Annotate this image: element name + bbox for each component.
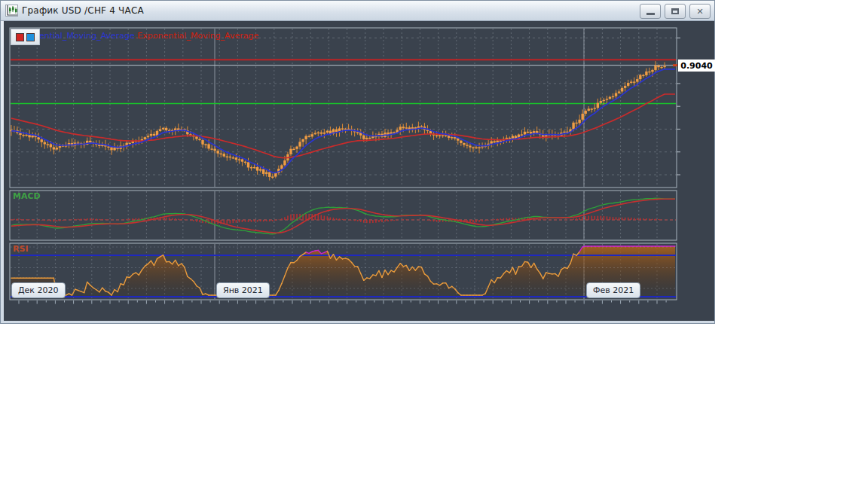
indicator-legend: ential_Moving_Average.Exponential_Moving… bbox=[39, 31, 258, 41]
month-marker-jan: Янв 2021 bbox=[216, 282, 270, 298]
title-bar[interactable]: График USD /CHF 4 ЧАСА ✕ bbox=[1, 1, 714, 21]
ema-slow-swatch[interactable] bbox=[16, 33, 24, 41]
indicator-toolbar[interactable] bbox=[11, 29, 40, 45]
minimize-icon bbox=[646, 13, 655, 15]
close-button[interactable]: ✕ bbox=[689, 4, 711, 19]
current-price-badge: 0.9040 bbox=[678, 59, 715, 72]
month-marker-feb: Фев 2021 bbox=[586, 282, 640, 298]
rsi-panel-label: RSI bbox=[13, 244, 29, 254]
minimize-button[interactable] bbox=[640, 4, 661, 19]
close-icon: ✕ bbox=[696, 8, 703, 16]
ema-fast-swatch[interactable] bbox=[26, 33, 35, 41]
ema-fast-legend-label: ential_Moving_Average bbox=[39, 31, 135, 41]
window-title: График USD /CHF 4 ЧАСА bbox=[22, 5, 144, 16]
maximize-icon bbox=[671, 8, 679, 14]
month-marker-dec: Дек 2020 bbox=[11, 282, 66, 298]
chart-window: График USD /CHF 4 ЧАСА ✕ ential_Moving_A… bbox=[0, 0, 715, 324]
current-price-arrow bbox=[673, 64, 677, 66]
macd-panel-label: MACD bbox=[13, 191, 41, 201]
chart-app-icon bbox=[5, 5, 18, 17]
chart-canvas[interactable] bbox=[1, 1, 714, 323]
ema-slow-legend-label: Exponential_Moving_Average bbox=[137, 31, 258, 41]
maximize-button[interactable] bbox=[665, 4, 686, 19]
